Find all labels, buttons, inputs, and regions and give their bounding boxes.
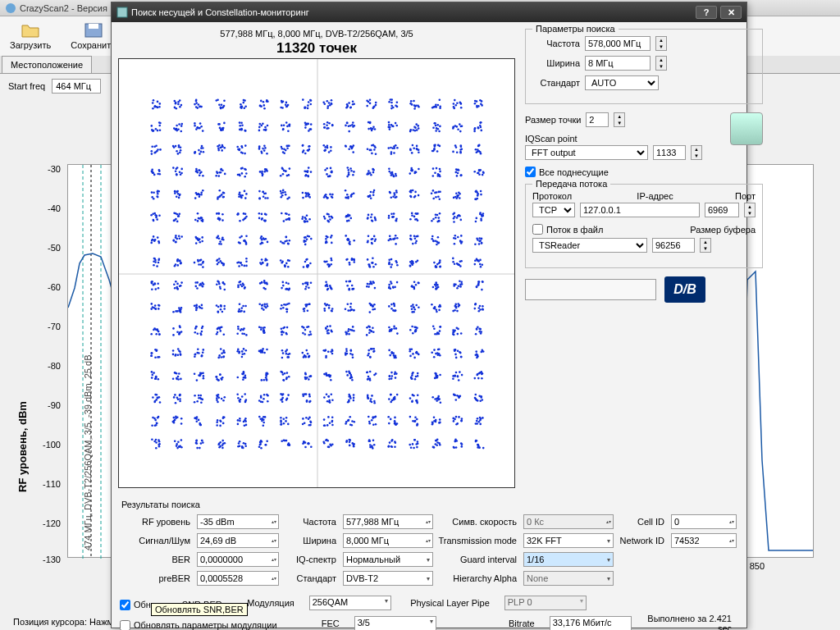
width-spin[interactable]: ▲▼ — [655, 56, 667, 71]
svg-point-1845 — [302, 352, 304, 354]
action-button[interactable] — [525, 279, 656, 300]
svg-point-1355 — [286, 288, 289, 290]
svg-point-2506 — [349, 439, 351, 441]
cellid-value[interactable]: 0 — [671, 514, 737, 529]
bufsize-input[interactable] — [652, 238, 695, 253]
tm-value[interactable]: 32K FFT — [523, 533, 614, 548]
svg-point-2534 — [413, 447, 415, 450]
iqscan-spin[interactable]: ▲▼ — [691, 145, 702, 160]
svg-point-1250 — [417, 259, 419, 262]
snr-value[interactable]: 24,69 dB — [197, 533, 279, 548]
gi-value[interactable]: 1/16 — [523, 552, 614, 567]
svg-point-2312 — [280, 417, 282, 419]
pointsize-spin[interactable]: ▲▼ — [614, 112, 625, 127]
svg-point-1887 — [391, 353, 394, 355]
svg-point-1377 — [330, 286, 332, 289]
svg-point-2443 — [221, 444, 224, 446]
tab-location[interactable]: Местоположение — [2, 56, 92, 73]
svg-point-1118 — [457, 236, 459, 239]
toolbar-save[interactable]: Сохранить — [71, 22, 116, 50]
svg-point-2468 — [261, 441, 263, 443]
stream-app-select[interactable]: TSReader — [532, 238, 647, 253]
port-spin[interactable]: ▲▼ — [744, 203, 756, 217]
svg-point-927 — [393, 212, 395, 215]
svg-point-1784 — [177, 348, 180, 350]
svg-point-23 — [177, 101, 180, 103]
res-freq-value[interactable]: 577,988 МГц — [343, 514, 433, 529]
svg-point-2257 — [155, 424, 158, 427]
port-input[interactable] — [705, 203, 739, 217]
start-freq-input[interactable] — [52, 79, 101, 94]
dialog-titlebar[interactable]: Поиск несущей и Constellation-мониторинг… — [112, 2, 746, 22]
standard-select[interactable]: AUTO — [585, 75, 659, 90]
svg-point-774 — [418, 194, 420, 197]
preber-value[interactable]: 0,0005528 — [197, 571, 279, 586]
svg-point-1212 — [323, 260, 326, 262]
iqscan-select[interactable]: FFT output — [525, 145, 648, 160]
protocol-select[interactable]: TCP — [532, 203, 575, 217]
svg-point-1798 — [197, 348, 199, 350]
svg-point-1515 — [285, 308, 288, 311]
svg-point-2487 — [304, 441, 307, 444]
svg-point-2050 — [415, 376, 418, 378]
nid-value[interactable]: 74532 — [671, 533, 737, 548]
update-mod-check[interactable]: Обновлять параметры модуляции — [120, 620, 277, 631]
svg-point-1694 — [331, 331, 333, 333]
svg-point-2536 — [416, 446, 418, 449]
ip-input[interactable] — [580, 203, 700, 217]
svg-point-1284 — [474, 263, 477, 266]
close-button[interactable]: ✕ — [720, 6, 742, 19]
svg-point-87 — [309, 99, 312, 102]
svg-point-2377 — [409, 416, 412, 418]
svg-point-917 — [374, 217, 377, 219]
update-snr-checkbox[interactable] — [120, 600, 130, 610]
svg-point-555 — [285, 170, 287, 172]
svg-point-2528 — [389, 441, 391, 444]
ber-value[interactable]: 0,0000000 — [197, 552, 279, 567]
svg-point-2064 — [434, 377, 436, 380]
stream-to-file-checkbox[interactable] — [532, 224, 543, 235]
svg-point-506 — [172, 167, 175, 169]
fec-value[interactable]: 3/5▾ — [354, 616, 436, 630]
point-size-input[interactable] — [586, 112, 609, 127]
svg-point-2169 — [326, 400, 329, 403]
svg-point-1893 — [409, 350, 412, 353]
iqscan-num-input[interactable] — [653, 145, 686, 160]
svg-point-393 — [283, 153, 285, 155]
all-subcarriers-checkbox[interactable] — [525, 167, 536, 177]
svg-point-1299 — [174, 287, 176, 290]
svg-point-558 — [288, 174, 290, 176]
freq-input[interactable] — [585, 36, 651, 51]
svg-point-563 — [304, 175, 307, 177]
svg-point-1154 — [197, 259, 199, 262]
svg-point-2482 — [310, 446, 313, 449]
svg-point-943 — [438, 217, 441, 219]
svg-point-2105 — [173, 396, 176, 399]
constellation-canvas[interactable] — [118, 58, 515, 488]
res-width-value[interactable]: 8,000 МГц — [343, 533, 433, 548]
bufsize-spin[interactable]: ▲▼ — [700, 238, 711, 253]
rf-level-value[interactable]: -35 dBm — [197, 514, 279, 529]
toolbar-load[interactable]: Загрузить — [10, 22, 51, 50]
iq-value[interactable]: Нормальный — [343, 552, 433, 567]
globe-icon[interactable] — [730, 112, 763, 145]
all-subcarriers-check[interactable]: Все поднесущие — [525, 167, 722, 177]
svg-point-2245 — [475, 398, 477, 400]
svg-point-2258 — [151, 424, 153, 427]
help-button[interactable]: ? — [696, 6, 717, 19]
update-mod-checkbox[interactable] — [120, 620, 130, 631]
svg-point-375 — [237, 148, 240, 151]
svg-point-2187 — [349, 397, 352, 399]
svg-point-1473 — [195, 309, 198, 312]
freq-spin[interactable]: ▲▼ — [655, 36, 667, 51]
svg-point-2086 — [477, 377, 480, 380]
svg-point-1669 — [281, 334, 283, 336]
modulation-value[interactable]: 256QAM▾ — [309, 596, 391, 610]
res-standard-value[interactable]: DVB-T2 — [343, 571, 433, 586]
svg-point-2135 — [239, 401, 241, 404]
stream-to-file-check[interactable]: Поток в файл Размер буфера — [532, 224, 756, 235]
svg-point-320 — [481, 130, 483, 132]
svg-point-1194 — [285, 262, 288, 265]
width-input[interactable] — [585, 56, 651, 71]
svg-point-1408 — [390, 282, 393, 285]
